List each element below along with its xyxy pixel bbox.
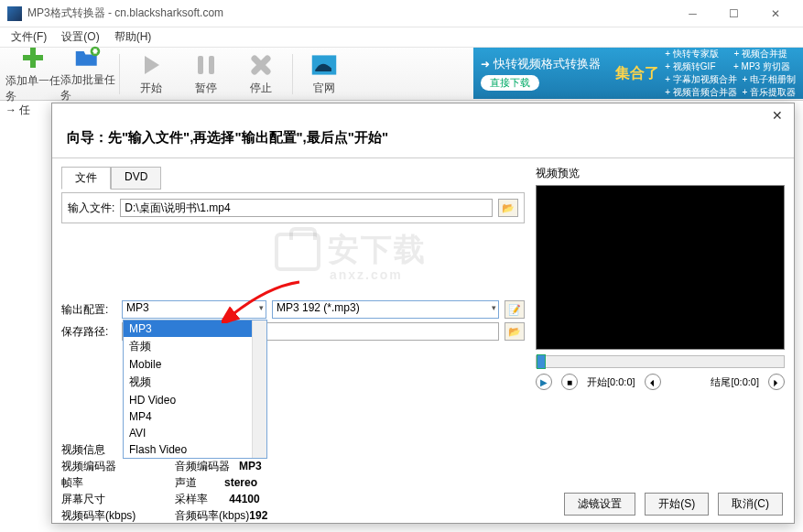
- minimize-button[interactable]: ─: [672, 1, 713, 27]
- preview-stop-button[interactable]: ■: [561, 374, 578, 390]
- dropdown-option[interactable]: 视频: [124, 373, 266, 392]
- dropdown-option[interactable]: MP4: [124, 408, 266, 425]
- banner-features: + 快转专家版 + 视频合并提 + 视频转GIF + MP3 剪切器 + 字幕加…: [665, 48, 796, 99]
- stop-icon: [247, 51, 275, 79]
- pause-label: 暂停: [195, 81, 217, 96]
- divider: [52, 157, 794, 158]
- output-settings-button[interactable]: 📝: [505, 300, 525, 319]
- dialog-cancel-button[interactable]: 取消(C): [718, 493, 783, 516]
- svg-rect-4: [92, 50, 97, 52]
- dropdown-option[interactable]: MP3: [124, 320, 266, 337]
- video-fps-label: 帧率: [61, 474, 162, 491]
- home-label: 官网: [313, 81, 335, 96]
- chevron-down-icon: ▾: [492, 303, 496, 312]
- video-codec-label: 视频编码器: [61, 458, 162, 474]
- svg-rect-6: [209, 56, 214, 74]
- output-preset-select[interactable]: MP3 192 (*.mp3) ▾: [272, 300, 499, 319]
- set-end-button[interactable]: ⏵: [768, 374, 785, 390]
- arrow-icon: ➜: [481, 58, 490, 71]
- audio-bitrate-value: 192: [249, 509, 267, 522]
- video-bitrate-label: 视频码率(kbps): [61, 507, 162, 524]
- menu-help[interactable]: 帮助(H): [107, 27, 159, 47]
- time-start: 开始[0:0:0]: [587, 375, 635, 389]
- browse-input-button[interactable]: 📂: [498, 199, 518, 217]
- app-icon: [7, 6, 22, 21]
- preview-play-button[interactable]: ▶: [536, 374, 552, 390]
- audio-samplerate-value: 44100: [229, 493, 259, 505]
- pause-button[interactable]: 暂停: [179, 49, 233, 100]
- start-button[interactable]: 开始: [124, 49, 179, 100]
- task-item[interactable]: → 任: [5, 103, 46, 118]
- task-list-sidebar: → 任: [5, 103, 46, 118]
- tab-file[interactable]: 文件: [61, 167, 111, 190]
- input-file-label: 输入文件:: [68, 201, 114, 216]
- wizard-dialog: ✕ 向导：先"输入文件",再选择"输出配置",最后点"开始" 文件 DVD 输入…: [51, 103, 795, 524]
- set-start-button[interactable]: ⏴: [645, 374, 661, 390]
- stop-label: 停止: [250, 81, 272, 96]
- add-single-button[interactable]: 添加单一任务: [5, 49, 60, 100]
- dropdown-option[interactable]: 音频: [124, 337, 266, 356]
- video-size-label: 屏幕尺寸: [61, 491, 162, 507]
- filter-settings-button[interactable]: 滤镜设置: [564, 493, 635, 516]
- video-preview: [536, 185, 785, 350]
- output-preset-value: MP3 192 (*.mp3): [277, 301, 360, 314]
- play-icon: [137, 51, 165, 79]
- tab-dvd[interactable]: DVD: [111, 167, 161, 190]
- promo-banner[interactable]: ➜快转视频格式转换器 直接下载 集合了 + 快转专家版 + 视频合并提 + 视频…: [473, 48, 803, 99]
- shark-icon: [310, 51, 338, 79]
- add-batch-label: 添加批量任务: [60, 72, 115, 103]
- folder-plus-icon: [74, 45, 102, 71]
- maximize-button[interactable]: ☐: [713, 1, 754, 27]
- add-batch-button[interactable]: 添加批量任务: [60, 49, 115, 100]
- home-button[interactable]: 官网: [297, 49, 352, 100]
- svg-rect-1: [23, 55, 43, 60]
- dropdown-scrollbar[interactable]: [252, 320, 266, 458]
- dropdown-option[interactable]: Mobile: [124, 356, 266, 373]
- dialog-close-button[interactable]: ✕: [766, 106, 788, 125]
- output-format-select[interactable]: MP3 ▾: [122, 300, 266, 319]
- audio-channel-value: stereo: [224, 476, 257, 489]
- banner-download[interactable]: 直接下载: [481, 75, 539, 91]
- save-path-label: 保存路径:: [61, 324, 116, 340]
- audio-bitrate-label: 音频码率(kbps): [175, 509, 249, 522]
- add-single-label: 添加单一任务: [5, 73, 60, 104]
- browse-save-button[interactable]: 📂: [505, 322, 525, 341]
- slider-thumb[interactable]: [537, 354, 546, 369]
- preview-label: 视频预览: [536, 166, 785, 181]
- window-title: MP3格式转换器 - cn.blacksharksoft.com: [27, 5, 672, 21]
- preview-slider[interactable]: [536, 355, 785, 368]
- audio-channel-label: 声道: [175, 476, 197, 489]
- svg-rect-5: [198, 56, 203, 74]
- banner-collect: 集合了: [615, 64, 659, 83]
- wizard-title: 向导：先"输入文件",再选择"输出配置",最后点"开始": [52, 127, 794, 154]
- dropdown-option[interactable]: HD Video: [124, 392, 266, 408]
- output-format-value: MP3: [126, 301, 149, 314]
- pause-icon: [192, 51, 220, 79]
- audio-codec-label: 音频编码器: [175, 460, 230, 472]
- toolbar-separator: [119, 54, 120, 94]
- dropdown-option[interactable]: AVI: [124, 425, 266, 441]
- start-label: 开始: [140, 81, 162, 96]
- banner-title: 快转视频格式转换器: [494, 56, 601, 72]
- stop-button[interactable]: 停止: [233, 49, 288, 100]
- audio-samplerate-label: 采样率: [175, 493, 208, 505]
- dialog-start-button[interactable]: 开始(S): [645, 493, 709, 516]
- close-button[interactable]: ✕: [754, 1, 796, 27]
- chevron-down-icon: ▾: [259, 303, 264, 312]
- audio-codec-value: MP3: [239, 460, 262, 472]
- output-config-label: 输出配置:: [61, 302, 116, 318]
- toolbar-separator: [292, 54, 293, 94]
- dropdown-option[interactable]: Flash Video: [124, 441, 266, 458]
- time-end: 结尾[0:0:0]: [711, 375, 759, 389]
- input-file-field[interactable]: [120, 199, 493, 217]
- plus-icon: [19, 44, 47, 71]
- output-format-dropdown: MP3 音频 Mobile 视频 HD Video MP4 AVI Flash …: [123, 320, 267, 459]
